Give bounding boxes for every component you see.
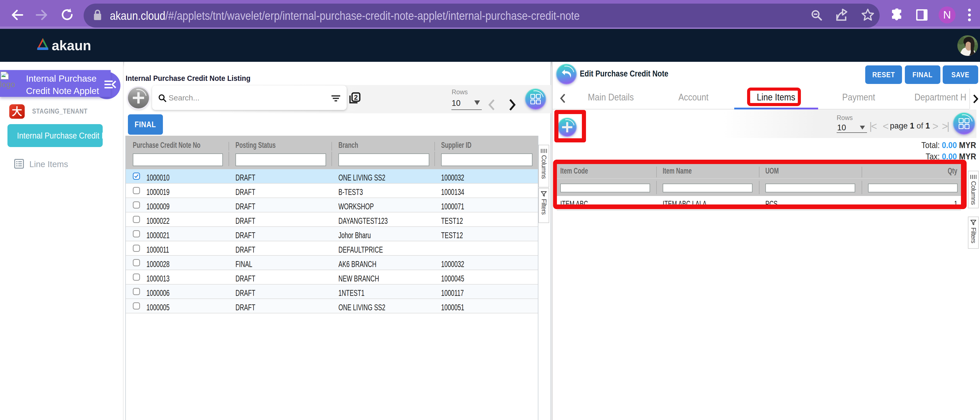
svg-text:2: 2 xyxy=(354,93,358,101)
